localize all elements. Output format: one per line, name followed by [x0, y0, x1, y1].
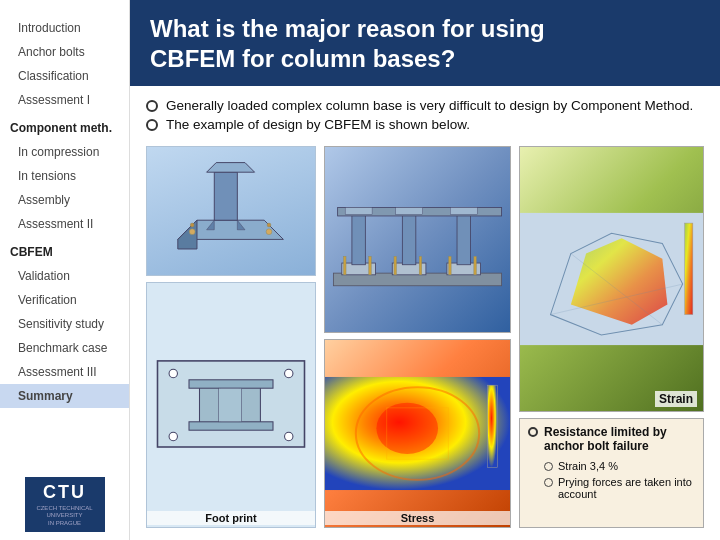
svg-rect-2: [215, 173, 238, 221]
svg-point-9: [267, 223, 271, 227]
sidebar-item-sensitivity-study[interactable]: Sensitivity study: [0, 312, 129, 336]
logo-subtitle: CZECH TECHNICALUNIVERSITYIN PRAGUE: [36, 505, 92, 527]
foot-print-svg: [147, 283, 315, 527]
resistance-bullet-icon: [528, 427, 538, 437]
assembly-svg: [325, 147, 510, 332]
sidebar-item-assessment-ii[interactable]: Assessment II: [0, 212, 129, 236]
main-panel: What is the major reason for using CBFEM…: [130, 0, 720, 540]
page-header: What is the major reason for using CBFEM…: [130, 0, 720, 86]
page-title: What is the major reason for using CBFEM…: [150, 14, 700, 74]
svg-rect-13: [189, 380, 273, 388]
svg-point-18: [169, 432, 177, 440]
svg-point-19: [285, 432, 293, 440]
svg-rect-35: [396, 208, 423, 215]
images-section: Foot print: [146, 146, 704, 528]
bullet-2: The example of design by CBFEM is shown …: [146, 117, 704, 132]
svg-rect-12: [239, 384, 260, 426]
svg-rect-34: [345, 208, 372, 215]
svg-rect-15: [218, 388, 241, 422]
svg-rect-26: [457, 214, 470, 264]
svg-rect-36: [450, 208, 477, 215]
stress-label: Stress: [325, 511, 510, 525]
stress-svg: [325, 340, 510, 527]
sidebar-section-cbfem: CBFEM: [0, 240, 129, 264]
svg-rect-14: [189, 422, 273, 430]
column-base-svg: [155, 153, 306, 268]
resistance-title: Resistance limited by anchor bolt failur…: [544, 425, 695, 453]
page-content: Generally loaded complex column base is …: [130, 86, 720, 540]
svg-marker-3: [207, 163, 255, 173]
foot-print-label: Foot print: [147, 511, 315, 525]
svg-rect-28: [344, 256, 347, 275]
svg-point-8: [191, 223, 195, 227]
svg-rect-30: [394, 256, 397, 275]
svg-rect-24: [352, 214, 365, 264]
svg-rect-45: [685, 223, 693, 314]
sidebar-item-summary[interactable]: Summary: [0, 384, 129, 408]
assembly-3d-image: [324, 146, 511, 333]
svg-point-16: [169, 369, 177, 377]
3d-model-visual: [147, 147, 315, 275]
svg-rect-41: [487, 385, 497, 467]
svg-point-39: [376, 403, 438, 454]
sidebar-logo: CTU CZECH TECHNICALUNIVERSITYIN PRAGUE: [0, 469, 129, 540]
bullet-points: Generally loaded complex column base is …: [146, 98, 704, 136]
svg-rect-31: [419, 256, 422, 275]
svg-point-7: [267, 229, 273, 235]
sidebar-item-verification[interactable]: Verification: [0, 288, 129, 312]
bullet-circle-icon: [146, 119, 158, 131]
sidebar-item-in-tensions[interactable]: In tensions: [0, 164, 129, 188]
column-base-3d-image: [146, 146, 316, 276]
svg-rect-11: [200, 384, 221, 426]
svg-rect-32: [449, 256, 452, 275]
center-top-images: [324, 146, 511, 333]
sidebar-item-assessment-i[interactable]: Assessment I: [0, 88, 129, 112]
sidebar-item-assessment-iii[interactable]: Assessment III: [0, 360, 129, 384]
strain-label: Strain: [655, 391, 697, 407]
resistance-sub-2: Prying forces are taken into account: [544, 476, 695, 500]
svg-rect-33: [474, 256, 477, 275]
resistance-info: Resistance limited by anchor bolt failur…: [519, 418, 704, 528]
sidebar: Introduction Anchor bolts Classification…: [0, 0, 130, 540]
center-images: Stress: [324, 146, 511, 528]
bullet-1: Generally loaded complex column base is …: [146, 98, 704, 113]
svg-rect-25: [402, 214, 415, 264]
stress-image: Stress: [324, 339, 511, 528]
ctu-logo: CTU CZECH TECHNICALUNIVERSITYIN PRAGUE: [25, 477, 105, 532]
sidebar-item-introduction[interactable]: Introduction: [0, 16, 129, 40]
sidebar-item-classification[interactable]: Classification: [0, 64, 129, 88]
sidebar-item-benchmark-case[interactable]: Benchmark case: [0, 336, 129, 360]
logo-ctu-text: CTU: [43, 482, 86, 503]
strain-svg: [520, 147, 703, 411]
sub-bullet-icon: [544, 462, 553, 471]
sidebar-item-assembly[interactable]: Assembly: [0, 188, 129, 212]
sidebar-item-anchor-bolts[interactable]: Anchor bolts: [0, 40, 129, 64]
sidebar-item-in-compression[interactable]: In compression: [0, 140, 129, 164]
left-images: Foot print: [146, 146, 316, 528]
sidebar-item-validation[interactable]: Validation: [0, 264, 129, 288]
sub-bullet-icon: [544, 478, 553, 487]
bullet-circle-icon: [146, 100, 158, 112]
right-images: Strain Resistance limited by anchor bolt…: [519, 146, 704, 528]
strain-image: Strain: [519, 146, 704, 412]
svg-point-17: [285, 369, 293, 377]
foot-print-image: Foot print: [146, 282, 316, 528]
svg-point-6: [190, 229, 196, 235]
resistance-sub-1: Strain 3,4 %: [544, 460, 695, 472]
sidebar-section-component-meth: Component meth.: [0, 116, 129, 140]
svg-rect-29: [369, 256, 372, 275]
